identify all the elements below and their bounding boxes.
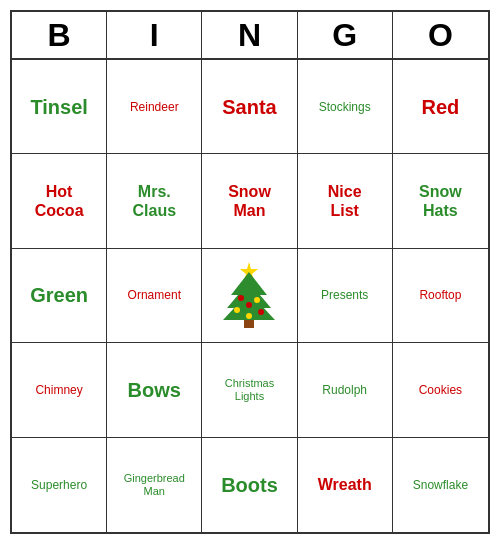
cell-text: Ornament xyxy=(128,288,181,302)
cell-text: Gingerbread Man xyxy=(124,472,185,498)
cell-text: Hot Cocoa xyxy=(35,182,84,220)
bingo-cell: Rudolph xyxy=(298,343,393,437)
cell-text: Rudolph xyxy=(322,383,367,397)
bingo-cell: Rooftop xyxy=(393,249,488,343)
header-letter: N xyxy=(202,12,297,58)
cell-text: Tinsel xyxy=(30,95,87,119)
bingo-cell: Snow Man xyxy=(202,154,297,248)
bingo-cell: Green xyxy=(12,249,107,343)
bingo-cell: Snow Hats xyxy=(393,154,488,248)
cell-text: Bows xyxy=(128,378,181,402)
bingo-cell: Stockings xyxy=(298,60,393,154)
bingo-cell: Hot Cocoa xyxy=(12,154,107,248)
bingo-cell: Superhero xyxy=(12,438,107,532)
bingo-cell: Bows xyxy=(107,343,202,437)
svg-point-5 xyxy=(238,295,244,301)
bingo-cell: Boots xyxy=(202,438,297,532)
bingo-cell: Mrs. Claus xyxy=(107,154,202,248)
cell-text: Green xyxy=(30,283,88,307)
cell-text: Chimney xyxy=(35,383,82,397)
svg-point-8 xyxy=(234,307,240,313)
cell-text: Mrs. Claus xyxy=(133,182,177,220)
cell-text: Snowflake xyxy=(413,478,468,492)
bingo-cell: Cookies xyxy=(393,343,488,437)
cell-text: Nice List xyxy=(328,182,362,220)
cell-text: Presents xyxy=(321,288,368,302)
bingo-cell xyxy=(202,249,297,343)
bingo-cell: Christmas Lights xyxy=(202,343,297,437)
cell-text: Reindeer xyxy=(130,100,179,114)
svg-point-6 xyxy=(254,297,260,303)
bingo-card: BINGO TinselReindeerSantaStockingsRedHot… xyxy=(10,10,490,534)
bingo-cell: Wreath xyxy=(298,438,393,532)
bingo-cell: Ornament xyxy=(107,249,202,343)
header-letter: O xyxy=(393,12,488,58)
svg-point-10 xyxy=(246,313,252,319)
cell-text: Rooftop xyxy=(419,288,461,302)
bingo-cell: Red xyxy=(393,60,488,154)
bingo-cell: Tinsel xyxy=(12,60,107,154)
cell-text: Red xyxy=(421,95,459,119)
cell-text: Superhero xyxy=(31,478,87,492)
cell-text: Christmas Lights xyxy=(225,377,275,403)
svg-point-7 xyxy=(246,302,252,308)
bingo-cell: Reindeer xyxy=(107,60,202,154)
christmas-tree-icon xyxy=(219,260,279,330)
bingo-cell: Presents xyxy=(298,249,393,343)
cell-text: Snow Man xyxy=(228,182,271,220)
bingo-grid: TinselReindeerSantaStockingsRedHot Cocoa… xyxy=(12,60,488,532)
bingo-cell: Gingerbread Man xyxy=(107,438,202,532)
cell-text: Santa xyxy=(222,95,276,119)
bingo-header: BINGO xyxy=(12,12,488,60)
bingo-cell: Nice List xyxy=(298,154,393,248)
bingo-cell: Snowflake xyxy=(393,438,488,532)
cell-text: Cookies xyxy=(419,383,462,397)
cell-text: Wreath xyxy=(318,475,372,494)
bingo-cell: Chimney xyxy=(12,343,107,437)
cell-text: Stockings xyxy=(319,100,371,114)
svg-point-9 xyxy=(258,309,264,315)
header-letter: G xyxy=(298,12,393,58)
header-letter: B xyxy=(12,12,107,58)
svg-rect-4 xyxy=(244,320,254,328)
cell-text: Boots xyxy=(221,473,278,497)
cell-text: Snow Hats xyxy=(419,182,462,220)
header-letter: I xyxy=(107,12,202,58)
bingo-cell: Santa xyxy=(202,60,297,154)
